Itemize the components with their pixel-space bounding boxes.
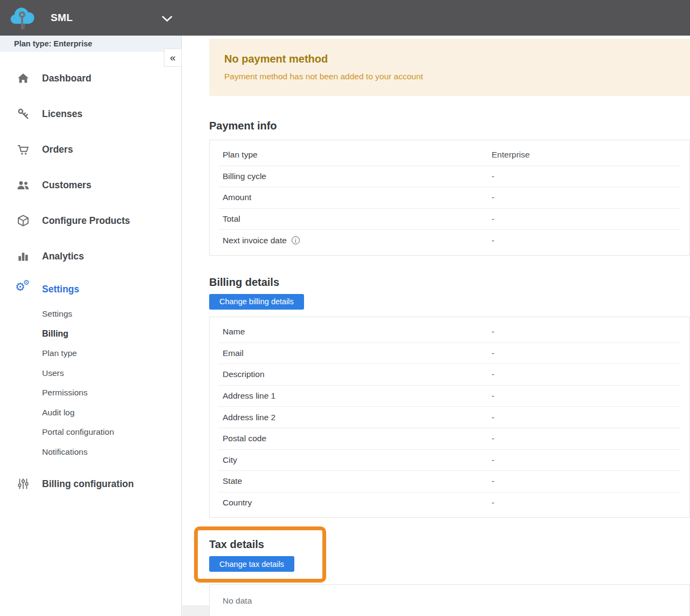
sidebar-subitem-users[interactable]: Users	[0, 364, 181, 384]
table-row-city: City-	[218, 450, 681, 471]
sidebar-nav: DashboardLicensesOrdersCustomersConfigur…	[0, 52, 181, 502]
top-bar: SML	[0, 0, 690, 36]
sidebar-item-label: Customers	[42, 180, 91, 191]
row-label: Amount	[223, 193, 251, 202]
table-row-next-invoice-date: Next invoice datei-	[218, 230, 681, 251]
change-billing-details-button[interactable]: Change billing details	[209, 294, 304, 310]
row-value: Enterprise	[492, 150, 530, 160]
sidebar-item-label: Settings	[42, 284, 79, 295]
row-label: Plan type	[223, 150, 258, 160]
payment-info-heading: Payment info	[209, 119, 690, 133]
sidebar-item-label: Dashboard	[42, 73, 91, 84]
tax-details-section: Tax details Change tax details No data	[209, 537, 690, 616]
sidebar-collapse-button[interactable]: «	[164, 49, 182, 67]
sidebar-item-dashboard[interactable]: Dashboard	[0, 60, 181, 96]
sidebar-subitem-plan-type[interactable]: Plan type	[0, 344, 181, 364]
sidebar-item-label: Orders	[42, 144, 73, 155]
sidebar: Plan type: Enterprise « DashboardLicense…	[0, 36, 182, 616]
tax-details-table: No data	[209, 584, 690, 616]
sidebar-item-label: Analytics	[42, 251, 84, 262]
table-row-plan-type: Plan typeEnterprise	[218, 145, 681, 166]
bar-chart-icon	[16, 251, 30, 262]
warning-title: No payment method	[224, 53, 675, 65]
sidebar-subitem-audit-log[interactable]: Audit log	[0, 403, 181, 423]
no-payment-warning-banner: No payment method Payment method has not…	[209, 39, 690, 96]
row-value: -	[492, 193, 494, 202]
row-value: -	[492, 348, 494, 358]
row-label: Address line 1	[223, 391, 275, 401]
sidebar-item-orders[interactable]: Orders	[0, 132, 181, 167]
table-row-amount: Amount-	[218, 187, 681, 209]
payment-info-table: Plan typeEnterpriseBilling cycle-Amount-…	[209, 140, 690, 256]
sidebar-item-customers[interactable]: Customers	[0, 167, 181, 203]
row-label: Billing cycle	[223, 172, 266, 181]
change-tax-details-button[interactable]: Change tax details	[209, 556, 294, 572]
billing-details-heading: Billing details	[209, 275, 690, 289]
table-row-address-line-2: Address line 2-	[218, 407, 681, 428]
table-row-postal-code: Postal code-	[218, 428, 681, 450]
sidebar-subitem-billing[interactable]: Billing	[0, 324, 181, 344]
annotation-highlight-box	[194, 526, 326, 583]
row-value: -	[492, 214, 494, 224]
sidebar-subitem-permissions[interactable]: Permissions	[0, 383, 181, 403]
sidebar-item-analytics[interactable]: Analytics	[0, 238, 181, 274]
cloud-key-logo-icon	[10, 4, 34, 31]
table-row-no-data: No data	[218, 589, 681, 613]
sidebar-item-licenses[interactable]: Licenses	[0, 96, 181, 132]
row-label: Address line 2	[223, 413, 275, 422]
row-value: -	[492, 476, 494, 486]
people-icon	[16, 180, 30, 190]
sidebar-item-billing-configuration[interactable]: Billing configuration	[0, 466, 181, 502]
row-label: State	[223, 476, 242, 486]
sidebar-item-configure-products[interactable]: Configure Products	[0, 203, 181, 238]
row-label: Description	[223, 369, 265, 379]
key-icon	[16, 108, 30, 120]
gears-icon: ⚙⚙	[16, 283, 30, 296]
row-label: Name	[223, 327, 245, 337]
sidebar-item-settings[interactable]: ⚙⚙Settings	[0, 274, 181, 304]
row-value: -	[492, 455, 494, 465]
table-row-state: State-	[218, 471, 681, 492]
plan-type-banner: Plan type: Enterprise	[0, 36, 181, 52]
sliders-icon	[16, 478, 30, 490]
row-label: Postal code	[223, 434, 266, 443]
row-label: Total	[223, 214, 240, 224]
main-content: No payment method Payment method has not…	[182, 36, 690, 616]
sidebar-item-label: Licenses	[42, 108, 82, 120]
row-value: -	[492, 172, 494, 181]
row-value: -	[492, 434, 494, 443]
settings-submenu: SettingsBillingPlan typeUsersPermissions…	[0, 304, 181, 462]
chevron-down-icon[interactable]	[162, 15, 172, 24]
box-icon	[16, 215, 30, 227]
row-value: -	[492, 327, 494, 337]
sidebar-item-label: Configure Products	[42, 215, 130, 227]
no-data-label: No data	[223, 596, 252, 606]
billing-details-table: Name-Email-Description-Address line 1-Ad…	[209, 317, 690, 518]
row-label: City	[223, 455, 237, 465]
warning-message: Payment method has not been added to you…	[224, 72, 675, 81]
table-row-address-line-1: Address line 1-	[218, 386, 681, 407]
row-value: -	[492, 236, 494, 245]
info-icon[interactable]: i	[292, 236, 300, 244]
row-label: Email	[223, 348, 244, 358]
sidebar-subitem-settings[interactable]: Settings	[0, 304, 181, 324]
sidebar-subitem-portal-configuration[interactable]: Portal configuration	[0, 422, 181, 442]
sidebar-subitem-notifications[interactable]: Notifications	[0, 442, 181, 462]
table-row-email: Email-	[218, 343, 681, 365]
row-value: -	[492, 369, 494, 379]
row-label: Next invoice date	[223, 236, 287, 245]
table-row-description: Description-	[218, 364, 681, 386]
home-icon	[16, 73, 30, 84]
cart-icon	[16, 144, 30, 155]
row-value: -	[492, 413, 494, 422]
table-row-country: Country-	[218, 492, 681, 514]
row-value: -	[492, 391, 494, 401]
sidebar-item-label: Billing configuration	[42, 478, 134, 490]
table-row-billing-cycle: Billing cycle-	[218, 166, 681, 188]
table-row-total: Total-	[218, 209, 681, 230]
row-label: Country	[223, 498, 252, 508]
row-value: -	[492, 498, 494, 508]
app-name: SML	[51, 12, 73, 24]
table-row-name: Name-	[218, 321, 681, 343]
tax-details-heading: Tax details	[209, 537, 690, 551]
